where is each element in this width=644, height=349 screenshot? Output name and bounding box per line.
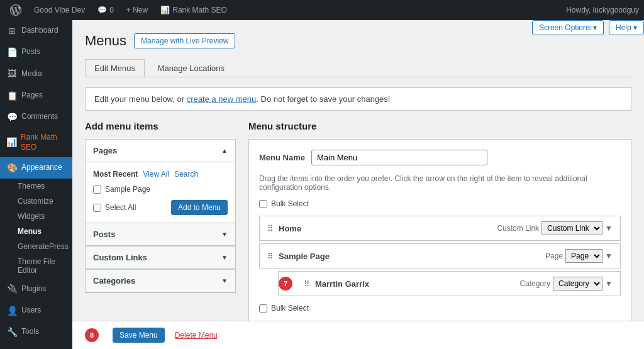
sidebar-item-label: Rank Math SEO: [21, 133, 66, 152]
sidebar-item-settings[interactable]: ⚙ Settings: [0, 343, 72, 349]
pages-icon: 📋: [6, 90, 18, 101]
menu-item-home-type-label: Custom Link: [497, 224, 539, 233]
add-menu-items-panel: Add menu items Pages ▲ Most Recent View …: [85, 121, 236, 349]
comments-item[interactable]: 💬 0: [92, 6, 119, 14]
sidebar-item-label: Pages: [21, 91, 43, 101]
accordion-categories-arrow: ▼: [221, 277, 228, 284]
menu-item-sample-page-type-select[interactable]: Page: [565, 249, 602, 263]
bulk-select-top: Bulk Select: [259, 199, 621, 208]
tab-manage-locations[interactable]: Manage Locations: [148, 59, 234, 77]
sidebar-submenu-customize[interactable]: Customize: [0, 194, 72, 209]
rank-math-item[interactable]: 📊 Rank Math SEO: [155, 6, 232, 14]
menu-structure-title: Menu structure: [248, 121, 631, 131]
menu-item-home-label: Home: [279, 224, 497, 233]
bulk-select-top-label: Bulk Select: [271, 199, 309, 208]
menu-item-sample-page-label: Sample Page: [279, 252, 545, 261]
menu-item-sample-page: ⠿ Sample Page Page Page ▼: [259, 243, 621, 269]
pages-item-checkbox[interactable]: [93, 186, 101, 194]
sidebar-submenu-generatepress[interactable]: GeneratePress: [0, 239, 72, 254]
sidebar-item-appearance[interactable]: 🎨 Appearance: [0, 157, 72, 179]
accordion-pages-label: Pages: [93, 146, 117, 155]
sidebar-item-media[interactable]: 🖼 Media: [0, 63, 72, 84]
drag-handle-marrtin: ⠿: [304, 279, 310, 289]
menu-item-sample-page-header[interactable]: ⠿ Sample Page Page Page ▼: [260, 244, 620, 268]
pages-select-all-text: Select All: [105, 203, 136, 212]
main-content: Screen Options ▾ Help ▾ Menus Manage wit…: [72, 20, 644, 349]
sidebar-item-rank-math[interactable]: 📊 Rank Math SEO: [0, 128, 72, 157]
pages-add-to-menu-button[interactable]: Add to Menu: [171, 200, 228, 215]
menu-name-row: Menu Name: [259, 150, 621, 165]
pages-item-label: Sample Page: [105, 185, 150, 194]
accordion-posts-header[interactable]: Posts ▼: [86, 223, 235, 246]
pages-select-all-checkbox[interactable]: [93, 204, 101, 212]
pages-actions: Select All Add to Menu: [93, 200, 228, 215]
pages-tab-search[interactable]: Search: [174, 170, 198, 179]
plugins-icon: 🔌: [6, 283, 18, 294]
sidebar-submenu-themes[interactable]: Themes: [0, 179, 72, 194]
menu-item-marrtin-garrix-header[interactable]: ⠿ Marrtin Garrix Category Category ▼: [296, 272, 620, 296]
users-icon: 👤: [6, 305, 18, 316]
sidebar-item-dashboard[interactable]: ⊞ Dashboard: [0, 20, 72, 42]
new-item[interactable]: + New: [121, 6, 153, 14]
tab-wrapper: Edit Menus Manage Locations: [85, 59, 631, 77]
accordion-custom-links-label: Custom Links: [93, 253, 147, 262]
menu-name-label: Menu Name: [259, 153, 305, 162]
sidebar-item-comments[interactable]: 💬 Comments: [0, 106, 72, 128]
drag-handle-home: ⠿: [267, 224, 274, 233]
accordion-categories-label: Categories: [93, 276, 135, 285]
sidebar-item-label: Plugins: [21, 284, 46, 294]
accordion-posts-label: Posts: [93, 230, 115, 239]
menu-item-sample-page-type: Page Page ▼: [545, 249, 613, 263]
bulk-select-bottom-checkbox[interactable]: [259, 304, 267, 313]
accordion-pages-arrow: ▲: [221, 147, 228, 154]
pages-item-sample-page: Sample Page: [93, 185, 228, 194]
help-button[interactable]: Help ▾: [609, 20, 644, 35]
new-label: + New: [126, 6, 148, 14]
chevron-down-icon-3: ▼: [605, 279, 613, 288]
sidebar-item-pages[interactable]: 📋 Pages: [0, 85, 72, 106]
save-menu-button[interactable]: Save Menu: [113, 328, 165, 343]
sidebar-item-tools[interactable]: 🔧 Tools: [0, 321, 72, 343]
sidebar-submenu-theme-file-editor[interactable]: Theme File Editor: [0, 254, 72, 278]
menu-item-home-type-select[interactable]: Custom Link: [541, 221, 602, 235]
menu-item-marrtin-type-select[interactable]: Category: [553, 277, 602, 291]
tab-edit-menus[interactable]: Edit Menus: [85, 59, 145, 77]
sidebar-item-users[interactable]: 👤 Users: [0, 300, 72, 321]
create-new-menu-link[interactable]: create a new menu: [187, 94, 257, 104]
site-name-item[interactable]: Good Vibe Dev: [29, 6, 90, 14]
info-box: Edit your menu below, or create a new me…: [85, 87, 631, 111]
accordion-custom-links-header[interactable]: Custom Links ▼: [86, 247, 235, 269]
sidebar-item-label: Posts: [21, 47, 40, 57]
accordion-categories: Categories ▼: [85, 269, 236, 293]
sidebar-item-posts[interactable]: 📄 Posts: [0, 42, 72, 63]
screen-options-button[interactable]: Screen Options ▾: [532, 20, 604, 35]
accordion-categories-header[interactable]: Categories ▼: [86, 270, 235, 292]
pages-tab-view-all[interactable]: View All: [143, 170, 169, 179]
pages-select-all-label[interactable]: Select All: [93, 203, 136, 212]
menu-name-input[interactable]: [311, 150, 487, 165]
menu-item-marrtin-type: Category Category ▼: [519, 277, 613, 291]
menu-item-marrtin-label: Marrtin Garrix: [315, 279, 519, 289]
accordion-pages-header[interactable]: Pages ▲: [86, 140, 235, 162]
menu-item-marrtin-garrix-wrapper: 7 ⠿ Marrtin Garrix Category Category ▼: [278, 271, 621, 296]
pages-tab-most-recent[interactable]: Most Recent: [93, 170, 138, 179]
menu-item-marrtin-garrix: 7 ⠿ Marrtin Garrix Category Category ▼: [278, 271, 621, 296]
sidebar-submenu-menus[interactable]: Menus: [0, 224, 72, 239]
menu-item-marrtin-type-label: Category: [519, 279, 550, 288]
menu-item-home-header[interactable]: ⠿ Home Custom Link Custom Link ▼: [260, 216, 620, 240]
menu-item-home-type: Custom Link Custom Link ▼: [497, 221, 613, 235]
rank-math-icon: 📊: [160, 6, 170, 14]
manage-preview-button[interactable]: Manage with Live Preview: [134, 33, 235, 48]
sidebar-submenu-widgets[interactable]: Widgets: [0, 209, 72, 224]
comments-icon: 💬: [97, 6, 107, 14]
menu-structure-panel: Menu structure Menu Name Drag the items …: [248, 121, 631, 349]
add-menu-items-title: Add menu items: [85, 121, 236, 131]
sidebar-item-plugins[interactable]: 🔌 Plugins: [0, 278, 72, 299]
bulk-select-top-checkbox[interactable]: [259, 200, 267, 208]
wp-logo-item[interactable]: [5, 4, 26, 16]
sidebar-item-label: Media: [21, 69, 42, 79]
sidebar-item-label: Appearance: [21, 163, 62, 173]
delete-menu-link[interactable]: Delete Menu: [175, 331, 218, 340]
posts-icon: 📄: [6, 47, 18, 58]
accordion-custom-links-arrow: ▼: [221, 254, 228, 261]
